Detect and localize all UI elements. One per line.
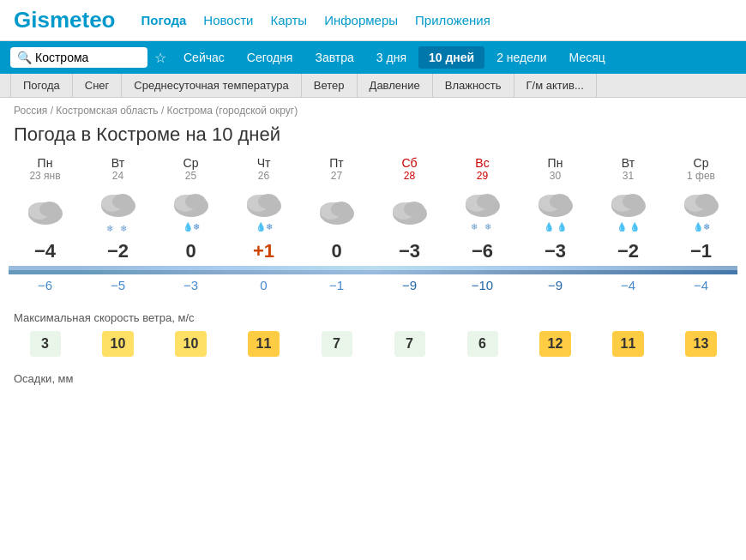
weather-icon-7: 💧 💧: [519, 184, 592, 237]
wind-values-row: 3 10 10 11 7 7 6 12 11: [9, 328, 737, 360]
tab-3dni[interactable]: 3 дня: [366, 46, 417, 69]
svg-point-2: [39, 202, 60, 217]
weather-icon-4: [300, 184, 373, 237]
wind-badge-6: 6: [467, 331, 498, 357]
nav-karty[interactable]: Карты: [270, 13, 307, 27]
temp-high-0: −4: [9, 237, 81, 266]
wind-4: 7: [300, 328, 373, 360]
day-name-5: Сб: [376, 156, 442, 170]
svg-point-17: [404, 202, 424, 217]
day-col-1: Вт 24: [81, 154, 154, 184]
wind-6: 6: [446, 328, 519, 360]
wind-badge-5: 7: [394, 331, 425, 357]
temp-high-1: −2: [81, 237, 154, 266]
weather-icon-2: 💧❄: [154, 184, 227, 237]
day-date-2: 25: [158, 170, 224, 182]
day-col-4: Пт 27: [300, 154, 373, 184]
weather-icon-5: [373, 184, 446, 237]
wind-badge-3: 11: [248, 331, 280, 357]
subnav-vlazhnost[interactable]: Влажность: [433, 74, 514, 97]
temp-high-3: +1: [227, 237, 300, 266]
day-name-7: Пн: [522, 156, 588, 170]
search-icon: 🔍: [17, 51, 32, 64]
temp-high-6: −6: [446, 237, 519, 266]
tab-mesyats[interactable]: Месяц: [559, 46, 616, 69]
svg-point-5: [112, 194, 133, 209]
day-date-1: 24: [85, 170, 151, 182]
subnav-temperature[interactable]: Среднесуточная температура: [122, 74, 301, 97]
day-name-0: Пн: [12, 156, 78, 170]
temp-high-9: −1: [665, 237, 737, 266]
subnav-pogoda[interactable]: Погода: [10, 74, 73, 97]
subnav-gm[interactable]: Г/м актив...: [514, 74, 597, 97]
svg-point-14: [331, 202, 352, 217]
temp-high-2: 0: [154, 237, 227, 266]
temp-low-8: −4: [592, 274, 665, 296]
tab-10dney[interactable]: 10 дней: [418, 46, 484, 69]
day-name-1: Вт: [85, 156, 151, 170]
day-col-0: Пн 23 янв: [9, 154, 81, 184]
weather-icon-1: ❄ ❄: [81, 184, 154, 237]
temp-low-3: 0: [227, 274, 300, 296]
temp-high-7: −3: [519, 237, 592, 266]
subnav-sneg[interactable]: Снег: [73, 74, 123, 97]
tab-zavtra[interactable]: Завтра: [304, 46, 364, 69]
day-name-9: Ср: [668, 156, 734, 170]
tab-seychas[interactable]: Сейчас: [173, 46, 235, 69]
day-name-2: Ср: [158, 156, 224, 170]
subnav-veter[interactable]: Ветер: [302, 74, 358, 97]
svg-point-23: [550, 194, 570, 209]
wind-table: 3 10 10 11 7 7 6 12 11: [9, 328, 737, 360]
day-col-3: Чт 26: [227, 154, 300, 184]
search-bar: 🔍 ☆ Сейчас Сегодня Завтра 3 дня 10 дней …: [0, 41, 746, 74]
logo: Gismeteo: [14, 7, 116, 33]
main-navigation: Погода Новости Карты Информеры Приложени…: [141, 13, 490, 27]
weather-icon-9: 💧❄: [665, 184, 737, 237]
wind-badge-8: 11: [612, 331, 645, 357]
temp-high-8: −2: [592, 237, 665, 266]
wind-badge-0: 3: [30, 331, 61, 357]
day-date-8: 31: [595, 170, 661, 182]
precip-section-label: Осадки, мм: [0, 369, 746, 388]
wind-1: 10: [81, 328, 154, 360]
wind-badge-1: 10: [102, 331, 135, 357]
wind-8: 11: [592, 328, 665, 360]
wind-7: 12: [519, 328, 592, 360]
day-col-9: Ср 1 фев: [665, 154, 737, 184]
nav-informery[interactable]: Информеры: [324, 13, 398, 27]
weather-icon-3: 💧❄: [227, 184, 300, 237]
svg-point-26: [623, 194, 643, 209]
day-name-6: Вс: [449, 156, 515, 170]
wind-section-label: Максимальная скорость ветра, м/с: [0, 304, 746, 328]
nav-prilogenia[interactable]: Приложения: [415, 13, 490, 27]
day-name-3: Чт: [231, 156, 297, 170]
temp-low-1: −5: [81, 274, 154, 296]
breadcrumb-text: Россия / Костромская область / Кострома …: [14, 105, 298, 117]
day-col-7: Пн 30: [519, 154, 592, 184]
nav-pogoda[interactable]: Погода: [141, 13, 187, 27]
wind-badge-9: 13: [685, 331, 718, 357]
day-col-5: Сб 28: [373, 154, 446, 184]
temp-high-5: −3: [373, 237, 446, 266]
search-wrap: 🔍: [10, 47, 147, 68]
wind-badge-7: 12: [539, 331, 572, 357]
day-name-4: Пт: [304, 156, 370, 170]
day-col-2: Ср 25: [154, 154, 227, 184]
day-date-9: 1 фев: [668, 170, 734, 182]
logo-part2: meteo: [50, 7, 116, 33]
sub-navigation: Погода Снег Среднесуточная температура В…: [0, 74, 746, 98]
nav-novosti[interactable]: Новости: [203, 13, 253, 27]
tab-segodnya[interactable]: Сегодня: [237, 46, 304, 69]
favorite-icon[interactable]: ☆: [154, 50, 166, 66]
breadcrumb: Россия / Костромская область / Кострома …: [0, 98, 746, 120]
tab-2nedeli[interactable]: 2 недели: [486, 46, 556, 69]
subnav-davlenie[interactable]: Давление: [358, 74, 433, 97]
search-input[interactable]: [35, 51, 121, 64]
svg-point-29: [695, 194, 716, 209]
temp-low-0: −6: [9, 274, 81, 296]
svg-point-8: [185, 194, 206, 209]
day-date-3: 26: [231, 170, 297, 182]
wind-row-wrap: 3 10 10 11 7 7 6 12 11: [0, 328, 746, 369]
temp-low-row: −6 −5 −3 0 −1 −9 −10 −9 −4 −4: [9, 274, 737, 296]
svg-point-11: [258, 194, 279, 209]
